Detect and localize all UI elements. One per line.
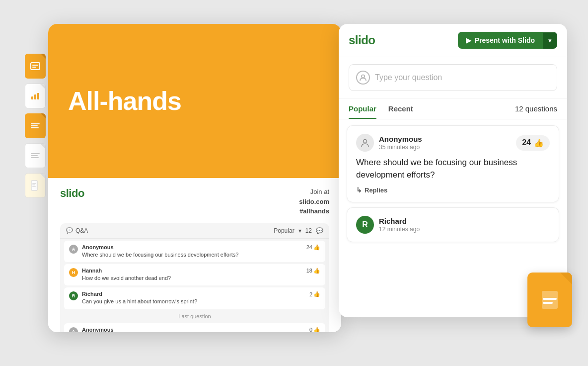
qa-comment-icon: 💬 [316, 227, 323, 234]
vote-count-1: 24 [522, 138, 531, 147]
qa-content-2: Hannah How do we avoid another dead end? [82, 268, 302, 282]
qc-text-1: Where should we be focusing our business… [356, 157, 550, 181]
qa-sort-label: Popular [274, 227, 294, 234]
svg-rect-2 [32, 67, 36, 68]
join-info: Join at slido.com #allhands [299, 187, 329, 216]
svg-rect-9 [31, 153, 40, 154]
user-avatar-icon [356, 71, 370, 85]
svg-rect-0 [31, 63, 40, 70]
replies-label-1: Replies [365, 186, 387, 194]
qa-avatar-4: A [69, 327, 78, 332]
qa-votes-3: 2 👍 [309, 291, 320, 297]
richard-info: Richard 12 minutes ago [379, 217, 420, 233]
svg-rect-4 [34, 94, 36, 99]
qa-header-label: 💬 Q&A [66, 227, 88, 234]
svg-rect-19 [543, 298, 557, 300]
thumbup-icon-2: 👍 [313, 268, 320, 274]
question-card-richard: R Richard 12 minutes ago [347, 207, 559, 242]
qa-content-3: Richard Can you give us a hint about tom… [82, 291, 305, 305]
slido-logo-pres: slido [60, 187, 84, 199]
svg-rect-7 [31, 125, 38, 126]
richard-header: R Richard 12 minutes ago [356, 216, 550, 234]
presentation-card: All-hands slido Join at slido.com #allha… [48, 24, 341, 332]
vote-badge-1: 24 👍 [516, 135, 550, 151]
tab-question-count[interactable]: 12 questions [515, 98, 557, 119]
presentation-title: All-hands [68, 86, 181, 116]
thumbup-icon-4: 👍 [313, 327, 320, 332]
qc-author-info-1: Anonymous 35 minutes ago [379, 135, 422, 151]
qa-sort-chevron: ▾ [298, 227, 301, 234]
qc-header-1: Anonymous 35 minutes ago 24 👍 [356, 134, 550, 152]
qa-content-1: Anonymous Where should we be focusing ou… [82, 244, 302, 259]
qa-row-2: H Hannah How do we avoid another dead en… [64, 264, 325, 285]
qc-author-row-1: Anonymous 35 minutes ago [356, 134, 422, 152]
svg-point-17 [364, 140, 367, 143]
thumbup-icon-3: 👍 [313, 291, 320, 297]
slido-logo-right: slido [349, 33, 375, 47]
svg-rect-11 [31, 157, 39, 158]
richard-avatar: R [356, 216, 374, 234]
present-btn-main[interactable]: ▶ Present with Slido [458, 32, 543, 49]
tab-recent[interactable]: Recent [388, 98, 413, 119]
svg-rect-20 [543, 302, 553, 304]
question-input-area[interactable]: Type your question [339, 57, 567, 98]
svg-rect-13 [32, 183, 36, 184]
question-card-1: Anonymous 35 minutes ago 24 👍 Where shou… [347, 125, 559, 202]
svg-rect-12 [31, 181, 37, 190]
qa-chat-icon: 💬 [66, 227, 73, 234]
present-with-slido-button[interactable]: ▶ Present with Slido ▾ [458, 32, 557, 49]
qc-avatar-1 [356, 134, 374, 152]
slido-branding: slido Join at slido.com #allhands [60, 187, 329, 216]
reply-arrow-icon: ↳ [356, 186, 362, 194]
svg-rect-14 [32, 184, 35, 185]
question-input-box[interactable]: Type your question [349, 64, 557, 91]
qa-header-right: Popular ▾ 12 💬 [274, 227, 323, 234]
present-btn-label: Present with Slido [475, 36, 535, 44]
svg-rect-5 [37, 93, 39, 99]
svg-point-16 [362, 75, 365, 78]
qa-votes-1: 24 👍 [306, 244, 320, 251]
presentation-bottom: slido Join at slido.com #allhands 💬 Q&A … [48, 178, 341, 332]
richard-time: 12 minutes ago [379, 226, 420, 233]
thumbup-icon-1: 👍 [313, 244, 320, 251]
svg-rect-10 [31, 155, 38, 156]
chevron-down-icon: ▾ [548, 37, 552, 44]
thumbup-vote-1: 👍 [534, 138, 544, 148]
qa-avatar-3: R [69, 291, 78, 300]
qa-header: 💬 Q&A Popular ▾ 12 💬 [60, 223, 329, 239]
qa-row-4: A Anonymous Can you repeat last part? 0 … [64, 323, 325, 332]
gdocs-floating-icon [527, 273, 572, 327]
svg-rect-8 [31, 127, 39, 128]
richard-name: Richard [379, 217, 420, 225]
qa-votes-2: 18 👍 [306, 268, 320, 274]
slido-panel-header: slido ▶ Present with Slido ▾ [339, 24, 567, 57]
qa-row-3: R Richard Can you give us a hint about t… [64, 287, 325, 309]
svg-rect-1 [32, 65, 38, 66]
svg-rect-6 [31, 123, 40, 124]
qa-avatar-1: A [69, 245, 78, 254]
present-btn-chevron[interactable]: ▾ [543, 32, 557, 49]
qa-avatar-2: H [69, 268, 78, 277]
svg-rect-15 [32, 186, 36, 187]
svg-rect-3 [31, 96, 33, 99]
qa-panel: 💬 Q&A Popular ▾ 12 💬 A Anonymous [60, 223, 329, 333]
qc-time-1: 35 minutes ago [379, 144, 422, 151]
play-icon: ▶ [466, 36, 471, 44]
replies-btn-1[interactable]: ↳ Replies [356, 186, 550, 194]
qa-separator: Last question [64, 311, 325, 321]
qa-votes-4: 0 👍 [309, 327, 320, 332]
tab-popular[interactable]: Popular [349, 98, 376, 119]
qa-content-4: Anonymous Can you repeat last part? [82, 327, 305, 332]
qa-row-1: A Anonymous Where should we be focusing … [64, 241, 325, 262]
presentation-hero: All-hands [48, 24, 341, 178]
qc-name-1: Anonymous [379, 135, 422, 143]
qa-tabs: Popular Recent 12 questions [339, 98, 567, 119]
question-input-placeholder: Type your question [375, 73, 442, 82]
